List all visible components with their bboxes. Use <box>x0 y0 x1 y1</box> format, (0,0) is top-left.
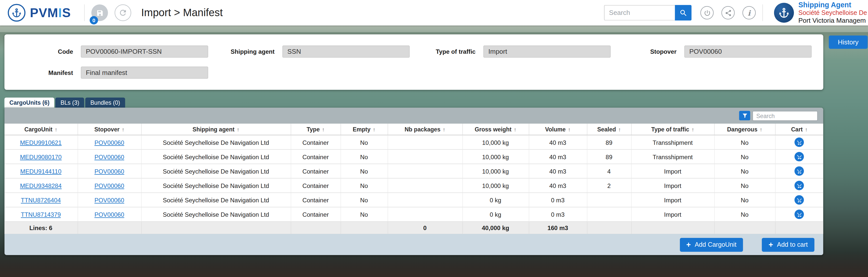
sealed-cell: 89 <box>587 135 631 149</box>
tab-bundles[interactable]: Bundles (0) <box>85 98 125 108</box>
cargounit-link[interactable]: MEDU9348284 <box>20 182 61 189</box>
shipping-agent-cell: Société Seychelloise De Navigation Ltd <box>141 178 290 193</box>
user-role: Shipping Agent <box>799 1 867 9</box>
header-divider <box>84 4 85 21</box>
power-button[interactable] <box>700 6 714 20</box>
anchor-icon <box>778 6 790 19</box>
cart-icon <box>797 168 802 174</box>
row-add-to-cart-button[interactable] <box>795 181 804 190</box>
stopover-input[interactable] <box>684 46 812 57</box>
user-profile[interactable]: Shipping Agent Société Seychelloise De P… <box>774 1 868 25</box>
nb-packages-cell <box>388 193 462 207</box>
cargounit-link[interactable]: MEDU9910621 <box>20 139 61 145</box>
share-network-button[interactable] <box>721 6 735 20</box>
table-header-row: CargoUnit↑ Stopover↑ Shipping agent↑ Typ… <box>4 123 824 135</box>
col-header-cart[interactable]: Cart↑ <box>775 123 823 135</box>
action-bar: + Add CargoUnit + Add to cart <box>4 234 824 255</box>
sort-asc-icon: ↑ <box>760 127 762 133</box>
anchor-logo-icon <box>8 4 26 22</box>
tab-cargounits[interactable]: CargoUnits (6) <box>4 98 55 108</box>
gross-weight-cell: 10,000 kg <box>462 135 529 149</box>
stopover-link[interactable]: POV00060 <box>94 139 124 145</box>
cargounits-panel: CargoUnit↑ Stopover↑ Shipping agent↑ Typ… <box>4 108 824 255</box>
dangerous-cell: No <box>714 207 775 222</box>
shipping-agent-input[interactable] <box>282 46 410 57</box>
table-toolbar <box>4 108 824 123</box>
table-search-input[interactable] <box>752 111 817 121</box>
col-header-nb-packages[interactable]: Nb packages↑ <box>388 123 462 135</box>
type-of-traffic-input[interactable] <box>484 46 611 57</box>
empty-cell: No <box>341 135 388 149</box>
cargounits-table: CargoUnit↑ Stopover↑ Shipping agent↑ Typ… <box>4 123 824 234</box>
empty-cell: No <box>341 178 388 193</box>
user-company: Société Seychelloise De <box>799 9 867 17</box>
nb-packages-cell <box>388 178 462 193</box>
refresh-button[interactable] <box>115 4 131 21</box>
tab-bls[interactable]: BLs (3) <box>56 98 84 108</box>
cargounit-link[interactable]: TTNU8714379 <box>21 211 61 218</box>
nb-packages-total: 0 <box>388 222 462 234</box>
header-divider <box>763 4 763 21</box>
stopover-link[interactable]: POV00060 <box>94 196 124 203</box>
history-button[interactable]: History <box>829 35 868 49</box>
col-header-volume[interactable]: Volume↑ <box>529 123 587 135</box>
filter-button[interactable] <box>739 111 750 120</box>
refresh-icon <box>118 8 127 17</box>
shipping-agent-cell: Société Seychelloise De Navigation Ltd <box>141 149 290 164</box>
row-add-to-cart-button[interactable] <box>795 138 804 147</box>
sealed-cell: 4 <box>587 164 631 178</box>
header-actions-right: i <box>700 6 756 20</box>
info-button[interactable]: i <box>743 6 756 20</box>
col-header-stopover[interactable]: Stopover↑ <box>78 123 141 135</box>
col-header-gross-weight[interactable]: Gross weight↑ <box>462 123 529 135</box>
row-add-to-cart-button[interactable] <box>795 152 804 161</box>
col-header-dangerous[interactable]: Dangerous↑ <box>714 123 775 135</box>
add-cargounit-button[interactable]: + Add CargoUnit <box>680 238 743 251</box>
app-logo: PVMIS <box>8 4 78 22</box>
col-header-shipping-agent[interactable]: Shipping agent↑ <box>141 123 290 135</box>
cart-icon <box>797 197 802 202</box>
row-add-to-cart-button[interactable] <box>795 195 804 204</box>
cargounit-link[interactable]: TTNU8726404 <box>21 196 61 203</box>
gross-weight-total: 40,000 kg <box>462 222 529 234</box>
empty-cell: No <box>341 207 388 222</box>
row-add-to-cart-button[interactable] <box>795 166 804 175</box>
shipping-agent-cell: Société Seychelloise De Navigation Ltd <box>141 164 290 178</box>
empty-cell: No <box>341 193 388 207</box>
gross-weight-cell: 10,000 kg <box>462 178 529 193</box>
gross-weight-cell: 0 kg <box>462 207 529 222</box>
sort-asc-icon: ↑ <box>122 127 124 133</box>
tab-bar: CargoUnits (6) BLs (3) Bundles (0) <box>4 98 125 108</box>
shipping-agent-cell: Société Seychelloise De Navigation Ltd <box>141 135 290 149</box>
stopover-link[interactable]: POV00060 <box>94 182 124 189</box>
type-cell: Container <box>291 178 341 193</box>
pending-count-badge: 0 <box>90 16 98 25</box>
manifest-input[interactable] <box>81 66 208 79</box>
sort-asc-icon: ↑ <box>691 127 694 133</box>
col-header-empty[interactable]: Empty↑ <box>341 123 388 135</box>
col-header-type-of-traffic[interactable]: Type of traffic↑ <box>631 123 714 135</box>
stopover-link[interactable]: POV00060 <box>94 211 124 218</box>
sealed-cell: 2 <box>587 178 631 193</box>
manifest-details-panel: Code Shipping agent Type of traffic Stop… <box>4 34 824 90</box>
col-header-type[interactable]: Type↑ <box>291 123 341 135</box>
shipping-agent-cell: Société Seychelloise De Navigation Ltd <box>141 193 290 207</box>
stopover-link[interactable]: POV00060 <box>94 154 124 160</box>
col-header-cargounit[interactable]: CargoUnit↑ <box>4 123 78 135</box>
sealed-cell: 89 <box>587 149 631 164</box>
col-header-sealed[interactable]: Sealed↑ <box>587 123 631 135</box>
add-to-cart-button[interactable]: + Add to cart <box>762 238 814 251</box>
row-add-to-cart-button[interactable] <box>795 210 804 219</box>
type-of-traffic-cell: Transshipment <box>631 149 714 164</box>
sort-asc-icon: ↑ <box>442 127 445 133</box>
search-button[interactable] <box>675 5 691 21</box>
dangerous-cell: No <box>714 193 775 207</box>
code-input[interactable] <box>81 46 208 57</box>
dangerous-cell: No <box>714 164 775 178</box>
sort-asc-icon: ↑ <box>514 127 516 133</box>
cargounit-link[interactable]: MEDU9080170 <box>20 154 61 160</box>
stopover-link[interactable]: POV00060 <box>94 168 124 174</box>
cargounit-link[interactable]: MEDU9144110 <box>20 168 61 174</box>
header-actions-left: 0 <box>91 4 131 21</box>
global-search-input[interactable] <box>604 5 675 21</box>
